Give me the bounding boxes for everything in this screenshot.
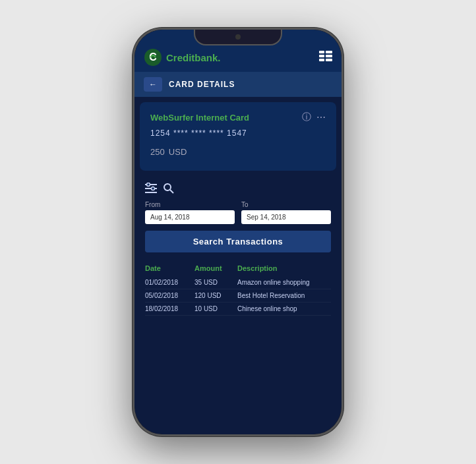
- logo-brand: Creditbank: [166, 52, 218, 63]
- svg-point-12: [152, 187, 155, 190]
- col-header-amount: Amount: [194, 264, 237, 272]
- logo-text: Creditbank.: [166, 52, 221, 63]
- card-section: WebSurfer Internet Card ⓘ ⋯ 1254 **** **…: [140, 102, 336, 171]
- card-number: 1254 **** **** **** 1547: [150, 129, 326, 138]
- cell-date-1: 01/02/2018: [145, 279, 194, 286]
- to-date-input[interactable]: [241, 210, 331, 224]
- col-header-description: Description: [237, 264, 331, 272]
- cell-desc-2: Best Hotel Reservation: [237, 292, 331, 299]
- svg-rect-2: [319, 51, 324, 53]
- logo-area: C Creditbank.: [144, 48, 221, 67]
- svg-rect-7: [326, 59, 332, 61]
- table-row: 18/02/2018 10 USD Chinese online shop: [145, 303, 331, 316]
- date-range-row: From To: [145, 201, 331, 224]
- cell-desc-1: Amazon online shopping: [237, 279, 331, 286]
- cell-date-3: 18/02/2018: [145, 305, 194, 312]
- filter-icon-row: [145, 183, 331, 194]
- table-header: Date Amount Description: [145, 264, 331, 272]
- cell-date-2: 05/02/2018: [145, 292, 194, 299]
- logo-icon: C: [144, 48, 162, 67]
- cell-desc-3: Chinese online shop: [237, 305, 331, 312]
- transactions-section: Date Amount Description 01/02/2018 35 US…: [134, 259, 342, 321]
- svg-rect-5: [326, 55, 332, 57]
- card-name-row: WebSurfer Internet Card ⓘ ⋯: [150, 111, 326, 123]
- to-date-field: To: [241, 201, 331, 224]
- menu-grid-icon[interactable]: [319, 51, 332, 65]
- cell-amount-3: 10 USD: [194, 305, 237, 312]
- nav-title: CARD DETAILS: [169, 80, 235, 89]
- volume-down-button[interactable]: [133, 134, 134, 152]
- table-row: 05/02/2018 120 USD Best Hotel Reservatio…: [145, 289, 331, 303]
- svg-rect-4: [319, 55, 324, 57]
- from-date-input[interactable]: [145, 210, 235, 224]
- from-date-field: From: [145, 201, 235, 224]
- more-options-icon[interactable]: ⋯: [316, 112, 326, 123]
- svg-line-14: [170, 190, 173, 193]
- back-button[interactable]: ←: [144, 77, 162, 92]
- filter-icon: [145, 183, 160, 194]
- card-action-icons: ⓘ ⋯: [302, 111, 326, 123]
- to-label: To: [241, 201, 331, 208]
- cell-amount-1: 35 USD: [194, 279, 237, 286]
- filter-section: From To Search Transactions: [134, 176, 342, 259]
- info-icon[interactable]: ⓘ: [302, 111, 311, 123]
- col-header-date: Date: [145, 264, 194, 272]
- top-bar: C Creditbank.: [134, 30, 342, 72]
- search-transactions-button[interactable]: Search Transactions: [145, 231, 331, 252]
- search-filter-icon: [164, 183, 174, 194]
- nav-bar: ← CARD DETAILS: [134, 72, 342, 97]
- table-row: 01/02/2018 35 USD Amazon online shopping: [145, 276, 331, 289]
- balance-amount: 250: [150, 147, 165, 157]
- card-name: WebSurfer Internet Card: [150, 113, 249, 123]
- svg-point-13: [164, 184, 171, 190]
- volume-up-button[interactable]: [133, 109, 134, 127]
- cell-amount-2: 120 USD: [194, 292, 237, 299]
- from-label: From: [145, 201, 235, 208]
- power-button[interactable]: [342, 121, 343, 154]
- logo-suffix: .: [218, 52, 220, 63]
- svg-rect-6: [319, 59, 324, 61]
- phone-screen: C Creditbank. ← CAR: [134, 30, 342, 434]
- balance-currency: USD: [169, 147, 187, 157]
- phone-frame: C Creditbank. ← CAR: [133, 28, 343, 436]
- svg-point-11: [147, 183, 150, 187]
- card-balance: 250 USD: [150, 142, 326, 159]
- svg-rect-3: [326, 51, 332, 53]
